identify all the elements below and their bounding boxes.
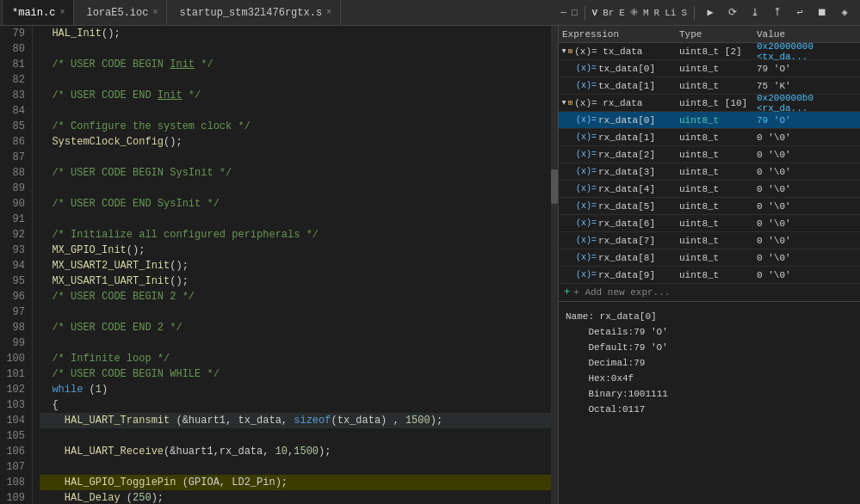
expr-val-rx-data-1: 0 '\0' <box>757 132 860 143</box>
expr-row-rx-data-7[interactable]: (x)= rx_data[7] uint8_t 0 '\0' <box>559 232 860 249</box>
expr-row-rx-data-1[interactable]: (x)= rx_data[1] uint8_t 0 '\0' <box>559 129 860 146</box>
detail-name-label: Name <box>566 311 588 322</box>
icon-btn-5[interactable]: ↩ <box>791 4 808 22</box>
code-lines: HAL_Init(); /* USER CODE BEGIN Init */ /… <box>33 26 551 504</box>
code-line-82 <box>40 72 551 88</box>
icon-btn-4[interactable]: ⤒ <box>769 4 786 22</box>
expr-val-rx-data-8: 0 '\0' <box>757 253 860 263</box>
code-line-90: /* USER CODE END SysInit */ <box>40 196 551 212</box>
var-icon-rx-data-4: (x)= <box>576 184 597 194</box>
code-line-84 <box>40 103 551 119</box>
add-expr-row[interactable]: + + Add new expr... <box>559 284 860 301</box>
code-line-85: /* Configure the system clock */ <box>40 119 551 134</box>
expr-val-tx-data: 0x20000000 <tx_da... <box>757 41 860 62</box>
expr-label-rx-data-8: rx_data[8] <box>598 253 655 263</box>
expr-row-rx-data-9[interactable]: (x)= rx_data[9] uint8_t 0 '\0' <box>559 267 860 284</box>
expr-row-rx-data[interactable]: ▶ ⊞ (x)= rx_data uint8_t [10] 0x200000b0… <box>559 95 860 112</box>
debug-zigzag-icon: ⁜ <box>630 7 638 18</box>
tab-main-c-label: *main.c <box>12 7 55 19</box>
code-area: 79 80 81 82 83 84 85 86 87 88 89 90 91 9… <box>0 26 558 504</box>
expr-type-rx-data-0: uint8_t <box>679 115 757 126</box>
debug-br-btn[interactable]: Br <box>603 8 614 18</box>
expr-row-rx-data-0[interactable]: (x)= rx_data[0] uint8_t 79 'O' <box>559 112 860 129</box>
code-line-93: MX_GPIO_Init(); <box>40 243 551 258</box>
code-scrollbar[interactable] <box>551 26 558 504</box>
expr-type-tx-data-1: uint8_t <box>679 81 757 91</box>
expr-type-rx-data-1: uint8_t <box>679 132 757 143</box>
expr-row-rx-data-8[interactable]: (x)= rx_data[8] uint8_t 0 '\0' <box>559 249 860 267</box>
detail-hex: Hex:0x4f <box>566 371 853 386</box>
expr-label-rx-data: (x)= rx_data <box>574 98 642 108</box>
maximize-icon[interactable]: □ <box>572 8 578 18</box>
arr-icon-rx-data: ⊞ <box>568 98 572 108</box>
main-content: 79 80 81 82 83 84 85 86 87 88 89 90 91 9… <box>0 26 860 504</box>
code-line-96: /* USER CODE BEGIN 2 */ <box>40 289 551 304</box>
icon-btn-7[interactable]: ◈ <box>836 4 853 22</box>
icon-btn-2[interactable]: ⟳ <box>724 4 741 22</box>
icon-btn-3[interactable]: ⤓ <box>746 4 764 22</box>
tri-rx-data[interactable]: ▶ <box>560 101 568 105</box>
code-line-83: /* USER CODE END Init */ <box>40 88 551 103</box>
expr-type-rx-data-2: uint8_t <box>679 150 757 160</box>
debug-r-btn[interactable]: R <box>654 8 660 18</box>
detail-default-value: 79 'O' <box>634 342 668 353</box>
debug-m-btn[interactable]: M <box>643 8 649 18</box>
code-line-94: MX_USART2_UART_Init(); <box>40 258 551 274</box>
detail-default-key: Default: <box>588 342 634 353</box>
code-line-97 <box>40 304 551 320</box>
code-panel: 79 80 81 82 83 84 85 86 87 88 89 90 91 9… <box>0 26 559 504</box>
detail-octal-label <box>566 404 588 415</box>
var-icon-rx-data-0: (x)= <box>576 115 597 125</box>
expr-val-rx-data-7: 0 '\0' <box>757 236 860 246</box>
var-icon-rx-data-1: (x)= <box>576 132 597 142</box>
code-line-86: SystemClock_Config(); <box>40 134 551 150</box>
detail-name-value: : rx_data[0] <box>588 311 656 322</box>
icon-btn-1[interactable]: ▶ <box>702 4 719 22</box>
code-line-101: /* USER CODE BEGIN WHILE */ <box>40 366 551 382</box>
arr-icon-tx-data: ⊞ <box>568 46 572 56</box>
debug-e-btn[interactable]: E <box>619 8 625 18</box>
add-icon: + <box>564 286 570 298</box>
expressions-table: Expression Type Value ▶ ⊞ (x)= tx_data u… <box>559 26 860 301</box>
var-icon-tx-data-1: (x)= <box>576 81 597 90</box>
icon-btn-6[interactable]: ⏹ <box>814 4 831 22</box>
expr-type-rx-data: uint8_t [10] <box>679 98 757 108</box>
detail-decimal-value: 79 <box>634 358 645 368</box>
tab-lorae5-ioc-close[interactable]: × <box>152 8 158 17</box>
expr-row-rx-data-6[interactable]: (x)= rx_data[6] uint8_t 0 '\0' <box>559 215 860 232</box>
expr-row-rx-data-5[interactable]: (x)= rx_data[5] uint8_t 0 '\0' <box>559 198 860 215</box>
tab-main-c[interactable]: *main.c × <box>3 0 74 25</box>
code-line-106: HAL_UART_Receive(&huart1,rx_data, 10,150… <box>40 444 551 459</box>
expr-val-rx-data-4: 0 '\0' <box>757 184 860 194</box>
code-line-105 <box>40 428 551 444</box>
debug-v-btn[interactable]: V <box>592 8 598 18</box>
code-line-81: /* USER CODE BEGIN Init */ <box>40 57 551 72</box>
expr-type-rx-data-8: uint8_t <box>679 253 757 263</box>
tab-startup-s-close[interactable]: × <box>326 8 331 17</box>
expr-label-rx-data-6: rx_data[6] <box>598 218 655 229</box>
var-icon-rx-data-7: (x)= <box>576 236 597 245</box>
code-line-108: HAL_GPIO_TogglePin (GPIOA, LD2_Pin); <box>40 475 551 490</box>
debug-li-btn[interactable]: Li <box>665 8 676 18</box>
tab-lorae5-ioc[interactable]: loraE5.ioc × <box>77 0 167 25</box>
code-line-99 <box>40 335 551 351</box>
code-line-100: /* Infinite loop */ <box>40 351 551 366</box>
detail-name: Name: rx_data[0] <box>566 309 853 324</box>
detail-details-label <box>566 327 588 337</box>
expr-row-rx-data-3[interactable]: (x)= rx_data[3] uint8_t 0 '\0' <box>559 163 860 181</box>
expr-row-tx-data-0[interactable]: (x)= tx_data[0] uint8_t 79 'O' <box>559 60 860 77</box>
detail-details: Details:79 'O' <box>566 324 853 340</box>
minimize-icon[interactable]: ─ <box>560 8 566 18</box>
tri-tx-data[interactable]: ▶ <box>560 49 568 53</box>
expr-row-rx-data-4[interactable]: (x)= rx_data[4] uint8_t 0 '\0' <box>559 181 860 198</box>
debug-s-btn[interactable]: S <box>681 8 687 18</box>
var-icon-rx-data-5: (x)= <box>576 201 597 211</box>
expr-row-rx-data-2[interactable]: (x)= rx_data[2] uint8_t 0 '\0' <box>559 146 860 163</box>
expr-row-tx-data[interactable]: ▶ ⊞ (x)= tx_data uint8_t [2] 0x20000000 … <box>559 43 860 60</box>
code-line-104: HAL_UART_Transmit (&huart1, tx_data, siz… <box>40 413 551 428</box>
tab-lorae5-ioc-label: loraE5.ioc <box>86 7 148 19</box>
tab-main-c-close[interactable]: × <box>59 8 65 17</box>
tab-startup-s[interactable]: startup_stm32l476rgtx.s × <box>170 0 341 25</box>
expr-label-tx-data-1: tx_data[1] <box>598 81 655 91</box>
code-line-88: /* USER CODE BEGIN SysInit */ <box>40 165 551 181</box>
